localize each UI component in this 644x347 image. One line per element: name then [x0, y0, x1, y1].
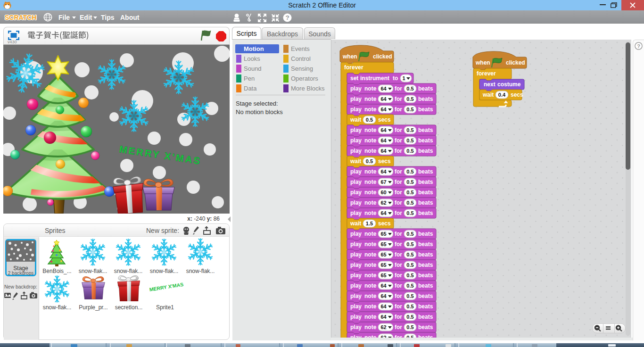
svg-text:beats: beats — [418, 96, 433, 102]
svg-text:note: note — [364, 314, 377, 320]
svg-text:play: play — [350, 189, 362, 196]
svg-text:0.5: 0.5 — [366, 158, 373, 164]
svg-text:play: play — [350, 303, 362, 310]
svg-text:64: 64 — [380, 314, 387, 320]
svg-text:for: for — [395, 179, 402, 185]
svg-text:?: ? — [637, 43, 640, 49]
svg-text:62: 62 — [380, 200, 386, 206]
svg-text:play: play — [350, 148, 362, 154]
svg-text:wait: wait — [350, 220, 361, 227]
svg-text:play: play — [350, 85, 362, 92]
svg-text:0.5: 0.5 — [406, 273, 413, 278]
svg-text:play: play — [350, 199, 362, 206]
svg-text:play: play — [350, 168, 362, 175]
svg-text:play: play — [350, 282, 362, 289]
svg-text:costume: costume — [497, 81, 521, 88]
svg-text:for: for — [395, 251, 402, 258]
svg-text:for: for — [395, 127, 402, 133]
svg-text:0.5: 0.5 — [406, 190, 413, 195]
svg-text:0.5: 0.5 — [406, 262, 413, 268]
svg-text:wait: wait — [482, 91, 494, 98]
svg-text:62: 62 — [380, 335, 386, 338]
svg-text:note: note — [364, 251, 377, 258]
svg-text:0.5: 0.5 — [406, 314, 413, 320]
svg-text:to: to — [393, 75, 398, 82]
svg-text:note: note — [364, 96, 377, 102]
svg-text:64: 64 — [380, 210, 387, 216]
svg-text:0.5: 0.5 — [406, 210, 413, 216]
svg-text:1: 1 — [402, 75, 405, 81]
svg-text:set: set — [350, 75, 358, 82]
svg-text:for: for — [395, 137, 402, 144]
svg-text:for: for — [395, 334, 402, 338]
svg-text:beats: beats — [418, 189, 433, 196]
svg-text:for: for — [395, 168, 402, 175]
svg-text:play: play — [350, 179, 362, 185]
svg-text:1.5: 1.5 — [366, 221, 373, 226]
svg-text:forever: forever — [477, 70, 496, 77]
svg-text:wait: wait — [350, 116, 361, 123]
svg-text:64: 64 — [380, 169, 387, 174]
svg-text:0.5: 0.5 — [406, 86, 413, 91]
svg-text:?: ? — [285, 14, 289, 21]
svg-text:play: play — [350, 231, 362, 237]
svg-text:0.5: 0.5 — [406, 169, 413, 174]
svg-text:0.5: 0.5 — [406, 179, 413, 185]
svg-text:note: note — [364, 189, 377, 196]
svg-text:beats: beats — [418, 262, 433, 268]
svg-text:60: 60 — [380, 190, 386, 195]
svg-text:0.5: 0.5 — [366, 117, 373, 123]
svg-text:0.5: 0.5 — [406, 293, 413, 299]
svg-text:when: when — [342, 53, 357, 60]
svg-text:next: next — [484, 81, 495, 88]
svg-text:play: play — [350, 272, 362, 279]
svg-text:0.4: 0.4 — [498, 92, 506, 98]
svg-text:note: note — [364, 127, 377, 133]
svg-text:beats: beats — [418, 127, 433, 133]
svg-text:for: for — [395, 231, 402, 237]
svg-text:0.5: 0.5 — [406, 252, 413, 257]
svg-text:note: note — [364, 231, 377, 237]
svg-text:beats: beats — [418, 137, 433, 144]
svg-text:beats: beats — [418, 179, 433, 185]
svg-text:67: 67 — [380, 179, 386, 185]
svg-text:0.5: 0.5 — [406, 231, 413, 237]
svg-text:note: note — [364, 241, 377, 248]
svg-text:note: note — [364, 137, 377, 144]
svg-text:wait: wait — [350, 158, 361, 165]
svg-text:64: 64 — [380, 127, 387, 133]
svg-text:0.5: 0.5 — [406, 138, 413, 143]
svg-text:for: for — [395, 303, 402, 310]
svg-text:secs: secs — [378, 220, 391, 227]
svg-text:note: note — [364, 334, 377, 338]
svg-text:note: note — [364, 272, 377, 279]
svg-text:0.5: 0.5 — [406, 304, 413, 309]
svg-text:secs: secs — [378, 158, 391, 165]
svg-text:beats: beats — [418, 282, 433, 289]
svg-text:play: play — [350, 314, 362, 320]
svg-text:0.5: 0.5 — [406, 107, 413, 112]
svg-text:64: 64 — [380, 86, 387, 91]
svg-text:beats: beats — [418, 85, 433, 92]
svg-text:beats: beats — [418, 148, 433, 154]
svg-text:note: note — [364, 168, 377, 175]
svg-text:for: for — [395, 314, 402, 320]
svg-text:0.5: 0.5 — [406, 335, 413, 338]
svg-text:62: 62 — [380, 324, 386, 330]
svg-text:note: note — [364, 85, 377, 92]
svg-text:forever: forever — [344, 64, 363, 71]
svg-text:65: 65 — [380, 231, 386, 237]
svg-text:secs: secs — [511, 91, 523, 98]
svg-text:0.5: 0.5 — [406, 96, 413, 102]
svg-text:0.5: 0.5 — [406, 148, 413, 154]
svg-text:play: play — [350, 210, 362, 216]
svg-text:beats: beats — [418, 168, 433, 175]
svg-text:note: note — [364, 199, 377, 206]
svg-text:play: play — [350, 137, 362, 144]
svg-text:play: play — [350, 262, 362, 268]
svg-text:for: for — [395, 189, 402, 196]
svg-text:for: for — [395, 324, 402, 330]
svg-text:beats: beats — [418, 199, 433, 206]
svg-text:beats: beats — [418, 251, 433, 258]
svg-text:for: for — [395, 262, 402, 268]
